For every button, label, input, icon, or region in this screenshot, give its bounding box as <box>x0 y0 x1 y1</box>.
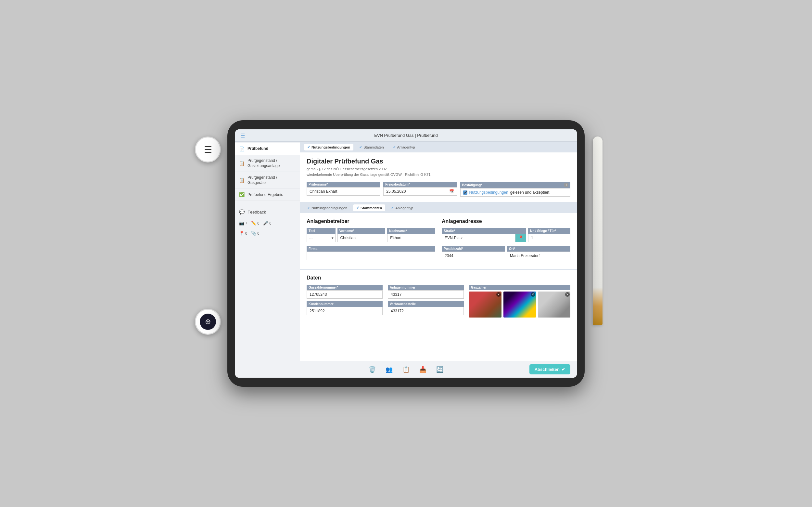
daten-section: Daten Gaszählernummer* Kundennummer <box>300 270 577 323</box>
kundennummer-input[interactable] <box>307 307 383 315</box>
daten-right-col: Gaszähler ✕ ✕ ✕ <box>469 285 570 318</box>
tab-anlagentyp-1[interactable]: ✔ Anlagentyp <box>390 144 418 151</box>
adresse-title: Anlagenadresse <box>442 218 570 224</box>
location-btn[interactable]: 📍 <box>515 234 526 242</box>
ort-group: Ort* <box>507 246 570 260</box>
section-subtitle-2: wiederkehrende Überprüfung der Gasanlage… <box>307 172 570 177</box>
sidebar-item-gasgeraete[interactable]: 📋 Prüfgegenstand / Gasgeräte <box>235 172 300 189</box>
betreiber-section: Anlagenbetreiber Titel --- <box>307 218 435 264</box>
nr-group: Nr. / Stiege / Tür* <box>528 228 570 242</box>
main-area: 📄 Prüfbefund 📋 Prüfgegenstand / Gasleitu… <box>235 142 577 361</box>
edit-count: 0 <box>257 221 259 225</box>
photo-close-1[interactable]: ✕ <box>496 292 501 297</box>
strasse-input-wrap: 📍 <box>442 234 526 242</box>
vorname-group: Vorname* <box>337 228 385 242</box>
pruefername-label: Prüfername* <box>307 182 380 187</box>
camera-icon: 📷 <box>239 221 244 226</box>
tab-bar-2: ✔ Nutzungsbedingungen ✔ Stammdaten ✔ Anl… <box>300 203 577 213</box>
freigabedatum-input[interactable]: 25.05.2020 📅 <box>383 187 457 195</box>
header-title: EVN Prüfbefund Gas | Prüfbefund <box>374 133 438 138</box>
list-icon[interactable]: ☰ <box>240 132 245 138</box>
sidebar-item-pruefbefund-ergebnis[interactable]: ✅ Prüfbefund Ergebnis <box>235 189 300 201</box>
nachname-input[interactable] <box>387 234 435 242</box>
tab-stammdaten-1[interactable]: ✔ Stammdaten <box>356 144 387 151</box>
vorname-input[interactable] <box>337 234 385 242</box>
menu-circle-button[interactable]: ☰ <box>195 136 221 163</box>
strasse-group: Straße* 📍 <box>442 228 526 242</box>
sidebar-label-ergebnis: Prüfbefund Ergebnis <box>248 192 283 198</box>
daten-middle-col: Anlagennummer Verbrauchsstelle <box>388 285 464 318</box>
bestaetigung-suffix: gelesen und akzeptiert <box>510 190 550 195</box>
document3-icon: 📋 <box>239 178 245 183</box>
check-icon-3: ✔ <box>393 145 396 149</box>
anlagennummer-group: Anlagennummer <box>388 285 464 299</box>
titel-select[interactable]: --- <box>307 234 335 242</box>
bestaetigung-link[interactable]: Nutzungsbedingungen <box>469 190 508 195</box>
gaszaehlernummer-input[interactable] <box>307 290 383 299</box>
pruefername-input[interactable]: Christian Ekhart <box>307 187 380 195</box>
audio-counter: 🎤 0 <box>263 221 271 226</box>
daten-left-col: Gaszählernummer* Kundennummer <box>307 285 383 318</box>
delete-button[interactable]: 🗑️ <box>369 366 376 373</box>
pencil-icon: ✏️ <box>251 221 256 226</box>
sidebar-feedback[interactable]: 💬 Feedback <box>235 206 300 218</box>
check-icon-4: ✔ <box>307 206 310 210</box>
compass-circle-button[interactable]: ⊕ <box>195 309 221 335</box>
users-button[interactable]: 👥 <box>385 366 393 373</box>
sidebar-item-gasleitungsanlage[interactable]: 📋 Prüfgegenstand / Gasleitungsanlage <box>235 155 300 172</box>
nachname-label: Nachname* <box>387 228 435 234</box>
content-panel: ✔ Nutzungsbedingungen ✔ Stammdaten ✔ Anl… <box>300 142 577 361</box>
ort-label: Ort* <box>507 246 570 251</box>
verbrauchsstelle-input[interactable] <box>388 307 464 315</box>
strasse-input[interactable] <box>442 234 515 242</box>
document2-icon: 📋 <box>239 161 245 166</box>
gaszaehlernummer-label: Gaszählernummer* <box>307 285 383 290</box>
photo-1[interactable]: ✕ <box>469 291 501 318</box>
nutzungsbedingungen-content: Digitaler Prüfbefund Gas gemäß § 12 des … <box>300 153 577 203</box>
photo-close-3[interactable]: ✕ <box>565 292 570 297</box>
toolbar-icons: 🗑️ 👥 📋 📥 🔄 <box>351 366 460 373</box>
sidebar-counters-2: 📍 0 📎 0 <box>235 228 300 238</box>
feedback-icon: 💬 <box>239 209 245 215</box>
attach-count: 0 <box>257 231 259 235</box>
tab-anlagentyp-2[interactable]: ✔ Anlagentyp <box>388 205 417 211</box>
firma-input[interactable] <box>307 251 435 260</box>
photo-close-2[interactable]: ✕ <box>531 292 535 297</box>
sidebar-counters: 📷 7 ✏️ 0 🎤 0 <box>235 218 300 228</box>
sidebar-label-gasgeraete: Prüfgegenstand / Gasgeräte <box>248 175 296 185</box>
info-icon: i <box>564 183 568 187</box>
copy-button[interactable]: 📋 <box>402 366 410 373</box>
header-bar: ☰ EVN Prüfbefund Gas | Prüfbefund <box>235 129 577 142</box>
location-counter: 📍 0 <box>239 231 247 236</box>
plz-ort-row: Postleitzahl* Ort* <box>442 246 570 262</box>
pruefername-group: Prüfername* Christian Ekhart <box>307 182 380 196</box>
tab-nutzungsbedingungen-1[interactable]: ✔ Nutzungsbedingungen <box>304 144 353 151</box>
nr-label: Nr. / Stiege / Tür* <box>528 228 570 234</box>
firma-group: Firma <box>307 246 435 260</box>
mic-icon: 🎤 <box>263 221 268 226</box>
photo-2[interactable]: ✕ <box>503 291 536 318</box>
check-icon-1: ✔ <box>307 145 310 149</box>
check-icon-2: ✔ <box>359 145 362 149</box>
titel-group: Titel --- ▼ <box>307 228 335 242</box>
abschliessen-button[interactable]: Abschließen ✔ <box>529 364 570 375</box>
nr-input[interactable] <box>528 234 570 242</box>
bestaetigung-group: Bestätigung* i Nutzungsbedingungen geles… <box>460 182 570 196</box>
plz-input[interactable] <box>442 251 505 260</box>
anlagennummer-input[interactable] <box>388 290 464 299</box>
adresse-section: Anlagenadresse Straße* 📍 <box>442 218 570 264</box>
tab-nutzungsbedingungen-2[interactable]: ✔ Nutzungsbedingungen <box>304 205 351 211</box>
attach-icon: 📎 <box>251 231 256 236</box>
sidebar-label-pruefbefund: Prüfbefund <box>248 146 268 152</box>
daten-grid: Gaszählernummer* Kundennummer <box>307 285 570 318</box>
download-button[interactable]: 📥 <box>419 366 427 373</box>
bestaetigung-checkbox[interactable] <box>463 190 467 195</box>
sidebar-item-pruefbefund[interactable]: 📄 Prüfbefund <box>235 143 300 155</box>
ort-input[interactable] <box>507 251 570 260</box>
sidebar: 📄 Prüfbefund 📋 Prüfgegenstand / Gasleitu… <box>235 142 300 361</box>
refresh-button[interactable]: 🔄 <box>436 366 443 373</box>
strasse-row: Straße* 📍 Nr. / Stiege / Tür* <box>442 228 570 244</box>
photo-3[interactable]: ✕ <box>538 291 570 318</box>
tab-stammdaten-2[interactable]: ✔ Stammdaten <box>353 205 385 211</box>
betreiber-title: Anlagenbetreiber <box>307 218 435 224</box>
